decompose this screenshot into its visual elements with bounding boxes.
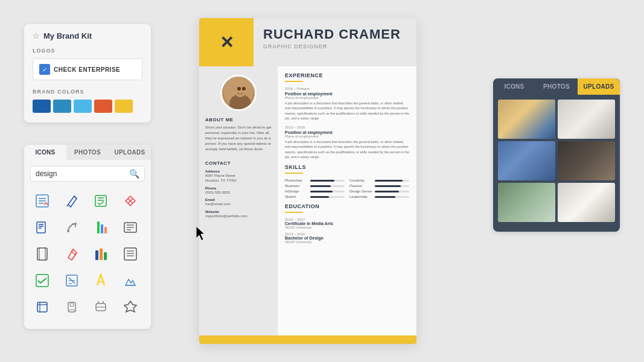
skills-underline <box>285 173 303 174</box>
brand-colors-row <box>33 100 142 113</box>
svg-line-4 <box>67 205 68 206</box>
skill-illustrator: Illustrator <box>285 184 345 188</box>
photo-thumb-4[interactable] <box>558 141 615 180</box>
skill-passion: Passion <box>349 184 409 188</box>
color-swatch-2[interactable] <box>53 100 71 113</box>
svg-rect-40 <box>37 302 47 312</box>
photos-grid <box>493 95 620 224</box>
icon-item[interactable] <box>89 268 113 293</box>
icon-item[interactable] <box>89 189 113 213</box>
brand-kit-header: ☆ My Brand Kit <box>33 31 142 40</box>
icon-item[interactable] <box>118 242 142 266</box>
icon-item[interactable] <box>30 242 54 266</box>
icon-item[interactable] <box>60 268 84 293</box>
icon-item[interactable] <box>60 215 84 240</box>
exp-desc-2: A job description is a document that des… <box>285 139 409 159</box>
resume-logo-area: ✕ <box>199 18 253 66</box>
resume-header-info: RUCHARD CRAMER GRAPHIC DESIGNER <box>253 18 410 66</box>
photo-thumb-5[interactable] <box>498 183 555 222</box>
skill-name: Leadership <box>349 195 372 198</box>
svg-point-44 <box>70 303 74 306</box>
photos-tab-icons[interactable]: ICONS <box>493 78 535 95</box>
photo-thumb-3[interactable] <box>498 141 555 180</box>
skill-bar <box>375 185 409 187</box>
website-value: myportfolio@portfolio.com <box>205 214 272 218</box>
photo-thumb-2[interactable] <box>558 100 615 139</box>
skill-fill <box>310 185 331 187</box>
search-icon[interactable]: 🔍 <box>129 169 139 179</box>
icon-item[interactable] <box>30 268 54 293</box>
icon-item[interactable] <box>60 242 84 266</box>
icon-item[interactable] <box>118 189 142 213</box>
photos-tab-photos[interactable]: PHOTOS <box>535 78 578 95</box>
icon-item[interactable] <box>30 215 54 240</box>
logos-label: LOGOS <box>33 48 142 54</box>
resume-name: RUCHARD CRAMER <box>263 27 401 42</box>
skill-bar <box>310 196 345 198</box>
photos-panel: ICONS PHOTOS UPLOADS <box>493 78 620 232</box>
icon-item[interactable] <box>60 189 84 213</box>
skill-fill <box>375 185 401 187</box>
color-swatch-3[interactable] <box>74 100 92 113</box>
education-title: EDUCATION <box>285 203 409 209</box>
address-item: Address 6587 Payne StreetHouston, TX 770… <box>205 170 272 183</box>
exp-year-2: 2013 – 2016 <box>285 125 409 129</box>
tab-photos[interactable]: PHOTOS <box>66 145 109 160</box>
phone-item: Phone (555) 555-5555 <box>205 186 272 195</box>
photo-thumb-6[interactable] <box>558 183 615 222</box>
exp-company-2: Place of employment <box>285 135 409 138</box>
skill-leadership: Leadership <box>349 195 409 198</box>
resume-left-column: ABOUT ME Show your passion. Don't be afr… <box>199 66 278 335</box>
color-swatch-4[interactable] <box>94 100 112 113</box>
tab-icons[interactable]: ICONS <box>24 145 66 160</box>
brand-kit-title: My Brand Kit <box>43 31 92 40</box>
icon-item[interactable] <box>89 295 113 319</box>
exp-desc-1: A job description is a document that des… <box>285 101 409 121</box>
edu-school-1: SEAD University <box>285 226 409 229</box>
exp-pos-1: Position at employment <box>285 92 409 96</box>
about-text: Show your passion. Don't be afraid to ge… <box>205 125 272 152</box>
logo-box[interactable]: ✓ CHECK ENTERPRISE <box>33 59 142 80</box>
skill-design-sense: Design Sense <box>349 189 409 193</box>
skills-grid: Photoshop Creativity Illustrator Passion… <box>285 179 409 198</box>
logo-text: CHECK ENTERPRISE <box>54 66 120 73</box>
svg-rect-27 <box>95 250 98 260</box>
icon-item[interactable] <box>118 295 142 319</box>
svg-rect-17 <box>101 224 103 233</box>
email-value: me@email.com <box>205 202 272 206</box>
resume-right-column: EXPERIENCE 2016 – Present Position at em… <box>278 66 416 335</box>
address-value: 6587 Payne StreetHouston, TX 77062 <box>205 173 272 183</box>
svg-rect-30 <box>124 248 136 260</box>
tab-uploads[interactable]: UPLOADS <box>109 145 151 160</box>
icon-item[interactable] <box>30 295 54 319</box>
color-swatch-5[interactable] <box>115 100 133 113</box>
icon-item[interactable] <box>89 242 113 266</box>
resume-avatar-area <box>199 66 278 117</box>
photo-thumb-1[interactable] <box>498 100 555 139</box>
icon-item[interactable] <box>118 215 142 240</box>
skill-bar <box>310 180 345 182</box>
color-swatch-1[interactable] <box>33 100 51 113</box>
resume-avatar <box>220 75 257 111</box>
search-bar: 🔍 <box>30 166 145 182</box>
icon-item[interactable] <box>118 268 142 293</box>
search-input[interactable] <box>36 170 129 178</box>
email-item: Email me@email.com <box>205 198 272 206</box>
skill-fill <box>310 180 334 182</box>
icon-item[interactable] <box>60 295 84 319</box>
exp-item-1: 2016 – Present Position at employment Pl… <box>285 87 409 121</box>
skill-name: Creativity <box>349 179 372 182</box>
skill-name: Sketch <box>285 195 308 198</box>
skill-photoshop: Photoshop <box>285 179 345 182</box>
resume-body: ABOUT ME Show your passion. Don't be afr… <box>199 66 416 335</box>
resume-job-title: GRAPHIC DESIGNER <box>263 43 401 49</box>
phone-value: (555) 555-5555 <box>205 190 272 195</box>
skill-name: InDesign <box>285 189 308 193</box>
brand-kit-panel: ☆ My Brand Kit LOGOS ✓ CHECK ENTERPRISE … <box>24 24 151 122</box>
icon-item[interactable] <box>30 189 54 213</box>
photos-tab-uploads[interactable]: UPLOADS <box>578 78 620 95</box>
icon-item[interactable] <box>89 215 113 240</box>
skill-bar <box>375 180 409 182</box>
skill-fill <box>375 191 399 192</box>
website-item: Website myportfolio@portfolio.com <box>205 210 272 218</box>
